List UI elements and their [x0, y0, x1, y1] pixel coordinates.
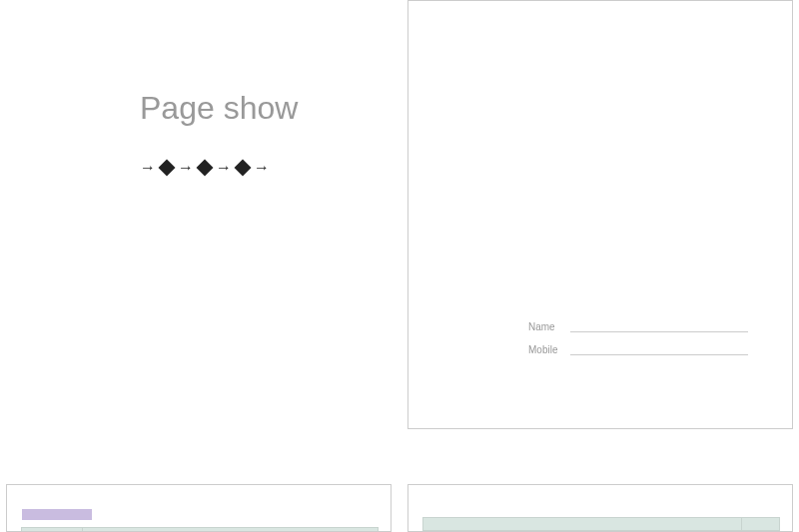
cell-divider — [741, 518, 742, 530]
purple-highlight — [22, 509, 92, 520]
name-label: Name — [528, 321, 566, 332]
page-title: Page show — [140, 90, 298, 127]
diamond-icon — [197, 160, 214, 177]
table-header-strip — [21, 527, 379, 532]
contact-fields: Name Mobile — [528, 320, 748, 366]
mobile-field-row: Mobile — [528, 343, 748, 355]
arrow-icon: → — [216, 160, 232, 176]
page-thumbnail-bottom-left — [6, 484, 392, 532]
name-field-row: Name — [528, 320, 748, 332]
ornament-divider: → → → → — [140, 160, 270, 176]
name-input-line — [570, 320, 748, 332]
arrow-icon: → — [178, 160, 194, 176]
cell-divider — [82, 528, 83, 532]
mobile-label: Mobile — [528, 344, 566, 355]
table-header-strip — [422, 517, 780, 531]
arrow-icon: → — [254, 160, 270, 176]
page-thumbnail-bottom-right — [407, 484, 793, 532]
diamond-icon — [159, 160, 176, 177]
page-thumbnail-top-right: Name Mobile — [407, 0, 793, 429]
arrow-icon: → — [140, 160, 156, 176]
diamond-icon — [235, 160, 252, 177]
mobile-input-line — [570, 343, 748, 355]
